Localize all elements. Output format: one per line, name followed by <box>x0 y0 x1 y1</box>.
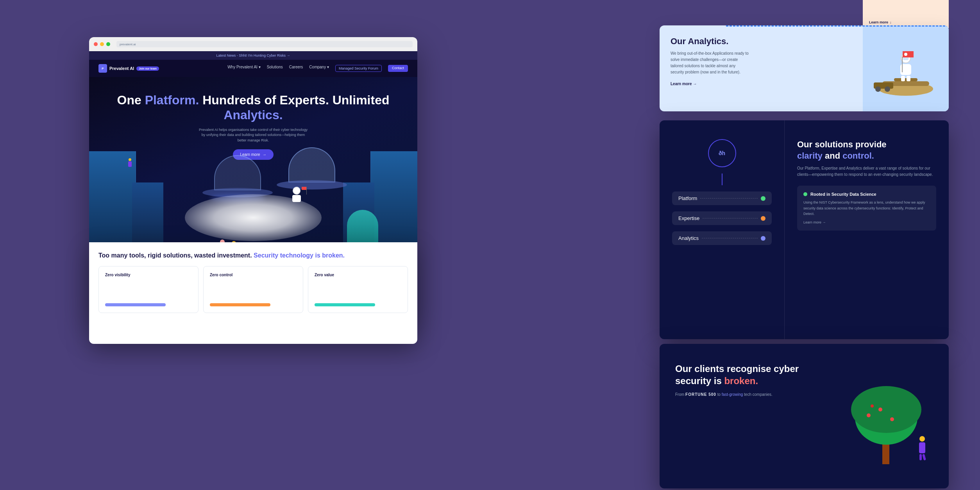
hero-title-part1: One <box>117 93 145 107</box>
solutions-section: ðh Platform Expertise Analytics Our solu <box>660 120 949 339</box>
analytics-text: We bring out-of-the-box Applications rea… <box>671 50 749 75</box>
card-zero-control: Zero control <box>203 266 303 313</box>
browser-dot-close[interactable] <box>94 42 98 46</box>
lower-left-section: Too many tools, rigid solutions, wasted … <box>89 242 417 344</box>
solutions-text: Our Platform, Expertise and Analytics de… <box>797 165 936 178</box>
lower-cards: Zero visibility Zero control Zero value <box>98 266 408 313</box>
dotted-connector-1 <box>700 198 758 199</box>
dashed-top-border <box>726 25 949 27</box>
expertise-label: Expertise <box>678 215 699 221</box>
card-zero-value: Zero value <box>308 266 408 313</box>
solutions-right: Our solutions provide clarity and contro… <box>785 120 949 339</box>
clients-content: Our clients recognise cyber security is … <box>675 363 824 470</box>
nav-managed-security[interactable]: Managed Security Forum <box>335 65 382 72</box>
rooted-learn-more[interactable]: Learn more → <box>803 220 930 224</box>
rooted-title: Rooted in Security Data Science <box>810 192 876 197</box>
analytics-title: Our Analytics. <box>671 36 852 46</box>
solutions-title: Our solutions provide clarity and contro… <box>797 139 936 161</box>
analytics-left-content: Our Analytics. We bring out-of-the-box A… <box>660 25 863 111</box>
nav-why-prevalent[interactable]: Why Prevalent AI ▾ <box>227 65 260 72</box>
dotted-connector-3 <box>702 238 758 238</box>
hero-title: One Platform. Hundreds of Experts. Unlim… <box>98 93 408 123</box>
analytics-label: Analytics <box>678 235 699 241</box>
lower-section-title: Too many tools, rigid solutions, wasted … <box>98 252 408 260</box>
apple-1 <box>867 413 871 417</box>
analytics-learn-more[interactable]: Learn more → <box>671 82 852 86</box>
nav-solutions[interactable]: Solutions <box>267 65 283 72</box>
platform-dot-1 <box>761 196 765 201</box>
rover-wheel-2 <box>885 86 890 92</box>
vertical-connector <box>722 173 722 185</box>
card-zero-visibility: Zero visibility <box>98 266 199 313</box>
browser-chrome: prevalent.ai <box>89 37 417 51</box>
join-team-badge[interactable]: Join our team <box>136 66 159 71</box>
tree-foliage-2 <box>851 386 921 433</box>
analytics-section: Our Analytics. We bring out-of-the-box A… <box>660 25 949 111</box>
flag-pole <box>902 57 903 72</box>
apple-2 <box>878 408 882 411</box>
nav-careers[interactable]: Careers <box>289 65 303 72</box>
tree-person <box>919 436 925 460</box>
navbar-logo: P Prevalent AI Join our team <box>98 64 159 73</box>
bar-value <box>315 303 375 306</box>
flag <box>903 51 914 57</box>
rooted-text: Using the NIST Cybersecurity Framework a… <box>803 200 930 216</box>
browser-dot-minimize[interactable] <box>100 42 104 46</box>
hero-title-part2: Hundreds of Experts. Unlimited <box>199 93 389 107</box>
hero-analytics: Analytics. <box>224 108 283 122</box>
peach-top-box: Learn more ↓ <box>863 0 949 28</box>
platform-label: Platform <box>678 195 697 201</box>
solutions-circle-icon: ðh <box>708 139 736 167</box>
platform-item[interactable]: Platform <box>672 191 772 205</box>
smoke-cloud <box>185 194 322 241</box>
expertise-dot <box>761 216 765 221</box>
broken-text: Security technology is broken. <box>254 252 345 259</box>
rooted-dot-icon <box>803 192 807 196</box>
bar-visibility <box>105 303 166 306</box>
expertise-item[interactable]: Expertise <box>672 211 772 225</box>
astronaut-dome <box>292 187 301 202</box>
nav-company[interactable]: Company ▾ <box>309 65 329 72</box>
bar-control <box>210 303 270 306</box>
clients-title: Our clients recognise cyber security is … <box>675 363 824 387</box>
analytics-right-illustration <box>863 25 949 111</box>
rooted-header: Rooted in Security Data Science <box>803 192 930 197</box>
announcement-text: Latest News - Shht! I'm Hunting Cyber Ri… <box>216 54 290 57</box>
analytics-item[interactable]: Analytics <box>672 231 772 245</box>
person-building-top <box>128 158 132 167</box>
nav-contact-btn[interactable]: Contact <box>388 65 408 72</box>
analytics-dot <box>761 236 765 241</box>
moon-astronaut <box>871 37 941 100</box>
clients-section: Our clients recognise cyber security is … <box>660 344 949 488</box>
browser-dot-maximize[interactable] <box>106 42 110 46</box>
dotted-connector-2 <box>703 218 758 218</box>
navbar-links: Why Prevalent AI ▾ Solutions Careers Com… <box>227 65 408 72</box>
learn-more-peach[interactable]: Learn more ↓ <box>869 20 892 24</box>
hero-platform: Platform. <box>145 93 199 107</box>
solutions-left: ðh Platform Expertise Analytics <box>660 120 785 339</box>
logo-icon: P <box>98 64 107 73</box>
apple-3 <box>890 417 894 421</box>
rover-wheel-1 <box>875 86 881 92</box>
tree-illustration <box>839 363 933 472</box>
navbar: P Prevalent AI Join our team Why Prevale… <box>89 60 417 77</box>
apple-4 <box>871 404 874 408</box>
clients-subtitle: From FORTUNE 500 to fast-growing tech co… <box>675 392 824 398</box>
announcement-bar[interactable]: Latest News - Shht! I'm Hunting Cyber Ri… <box>89 51 417 60</box>
rooted-card: Rooted in Security Data Science Using th… <box>797 186 936 231</box>
